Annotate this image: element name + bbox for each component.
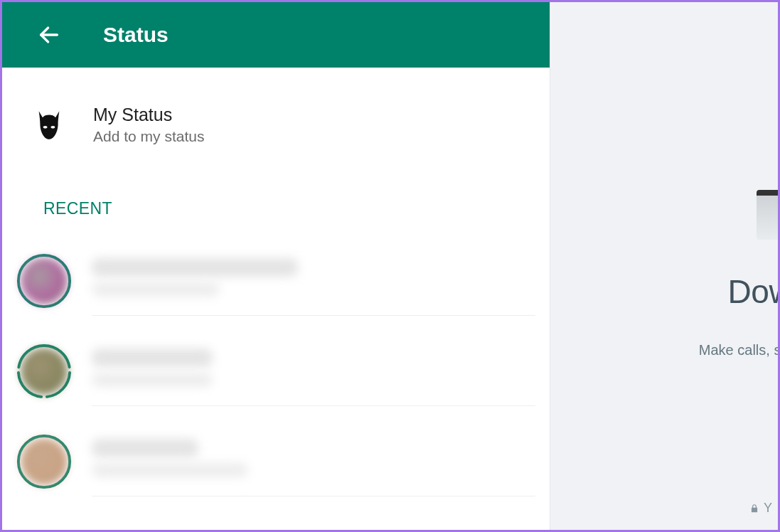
encryption-text: Y: [764, 501, 772, 516]
status-pane: Status My Status Add to my status RECENT: [2, 2, 550, 530]
batman-icon: [36, 110, 62, 141]
status-item[interactable]: [2, 326, 550, 416]
my-status-text: My Status Add to my status: [93, 105, 204, 145]
status-avatar: [16, 344, 72, 399]
recent-section-label: RECENT: [2, 159, 550, 235]
laptop-graphic: [757, 190, 778, 240]
lock-icon: [749, 504, 759, 514]
status-timestamp: [92, 463, 248, 477]
status-timestamp: [92, 282, 220, 297]
svg-point-1: [43, 125, 48, 128]
status-avatar: [16, 253, 72, 309]
header-title: Status: [103, 23, 169, 47]
intro-pane: Downlo Make calls, share y Y: [550, 2, 778, 530]
app-frame: Status My Status Add to my status RECENT: [0, 0, 780, 532]
status-timestamp: [92, 373, 213, 387]
status-text: [92, 336, 535, 406]
status-item[interactable]: [2, 235, 550, 326]
promo-title: Downlo: [728, 272, 778, 311]
my-status-title: My Status: [93, 105, 204, 125]
status-text: [92, 245, 535, 316]
arrow-left-icon: [37, 23, 61, 47]
promo-subtitle: Make calls, share y: [699, 342, 778, 358]
svg-point-2: [51, 125, 55, 128]
status-list: [2, 235, 550, 506]
encryption-note: Y: [749, 501, 772, 516]
status-contact-name: [92, 439, 198, 457]
my-status-avatar: [36, 110, 62, 141]
status-text: [92, 426, 535, 496]
status-contact-name: [92, 258, 298, 277]
my-status-subtitle: Add to my status: [93, 128, 204, 145]
status-contact-name: [92, 349, 213, 367]
status-item[interactable]: [2, 416, 550, 506]
back-button[interactable]: [36, 22, 62, 48]
status-avatar: [16, 434, 72, 489]
my-status-row[interactable]: My Status Add to my status: [2, 68, 550, 159]
status-header: Status: [2, 2, 550, 68]
